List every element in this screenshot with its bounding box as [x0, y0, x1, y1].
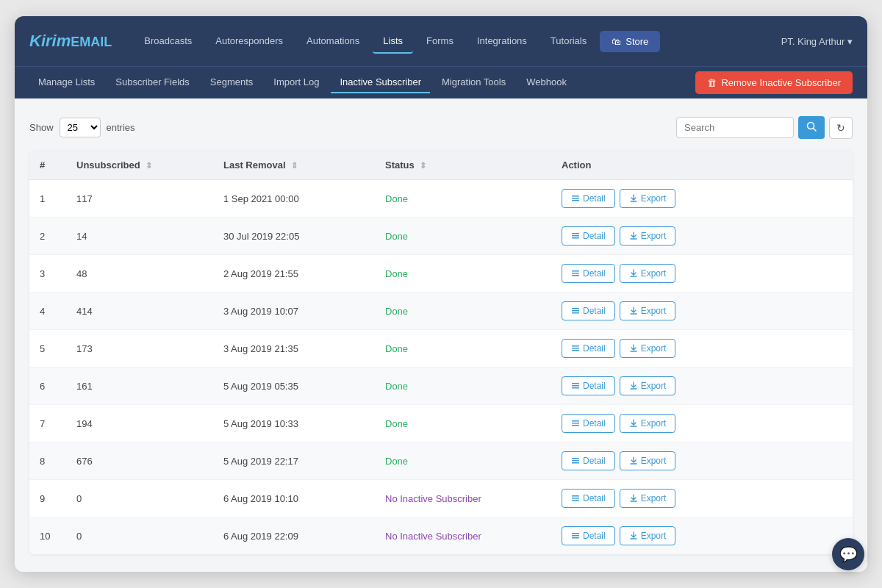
- table-controls: Show 10 25 50 100 entries: [29, 116, 853, 139]
- detail-button[interactable]: Detail: [562, 339, 615, 358]
- subnav-migration-tools[interactable]: Migration Tools: [433, 72, 514, 93]
- col-header-unsubscribed[interactable]: Unsubscribed ⇕: [66, 151, 213, 180]
- cell-action: Detail Export: [551, 517, 853, 555]
- detail-button[interactable]: Detail: [562, 526, 615, 545]
- export-button[interactable]: Export: [620, 226, 676, 245]
- detail-icon: [571, 494, 580, 503]
- export-button[interactable]: Export: [620, 264, 676, 283]
- nav-forms[interactable]: Forms: [416, 29, 464, 54]
- action-buttons: Detail Export: [562, 264, 842, 283]
- nav-integrations[interactable]: Integrations: [467, 29, 537, 54]
- export-icon: [629, 306, 638, 315]
- detail-button[interactable]: Detail: [562, 264, 615, 283]
- refresh-button[interactable]: ↻: [829, 117, 853, 139]
- export-button[interactable]: Export: [620, 301, 676, 320]
- detail-button[interactable]: Detail: [562, 189, 615, 208]
- sort-icon-last: ⇕: [291, 161, 298, 170]
- detail-button[interactable]: Detail: [562, 451, 615, 470]
- subnav-import-log[interactable]: Import Log: [265, 72, 328, 93]
- cell-num: 10: [29, 517, 66, 555]
- cell-unsubscribed: 194: [66, 405, 213, 442]
- browser-frame: KirimEMAIL Broadcasts Autoresponders Aut…: [15, 16, 867, 572]
- cell-status: Done: [375, 255, 551, 293]
- cell-num: 6: [29, 368, 66, 405]
- search-button[interactable]: [798, 116, 825, 139]
- store-icon: 🛍: [612, 36, 621, 47]
- entries-label: entries: [107, 122, 135, 133]
- nav-broadcasts[interactable]: Broadcasts: [134, 29, 202, 54]
- action-buttons: Detail Export: [562, 226, 842, 245]
- search-input[interactable]: [676, 117, 794, 138]
- export-button[interactable]: Export: [620, 526, 676, 545]
- detail-button[interactable]: Detail: [562, 376, 615, 395]
- cell-num: 9: [29, 480, 66, 517]
- svg-rect-9: [572, 273, 579, 274]
- sort-icon-unsub: ⇕: [146, 161, 152, 170]
- detail-icon: [571, 232, 580, 240]
- svg-rect-8: [572, 270, 579, 272]
- action-buttons: Detail Export: [562, 301, 842, 320]
- table-wrapper: # Unsubscribed ⇕ Last Removal ⇕ Status ⇕…: [29, 151, 853, 554]
- cell-action: Detail Export: [551, 368, 853, 405]
- action-buttons: Detail Export: [562, 189, 842, 208]
- cell-last-removal: 3 Aug 2019 21:35: [213, 330, 375, 368]
- export-button[interactable]: Export: [620, 189, 676, 208]
- entries-select[interactable]: 10 25 50 100: [60, 118, 101, 137]
- data-table: # Unsubscribed ⇕ Last Removal ⇕ Status ⇕…: [29, 151, 853, 554]
- svg-rect-26: [572, 495, 579, 497]
- table-row: 1 117 1 Sep 2021 00:00 Done Detail: [29, 180, 853, 218]
- detail-button[interactable]: Detail: [562, 301, 615, 320]
- chat-bubble[interactable]: 💬: [832, 538, 864, 570]
- subnav-webhook[interactable]: Webhook: [517, 72, 576, 93]
- user-menu[interactable]: PT. King Arthur ▾: [781, 36, 853, 47]
- svg-rect-25: [572, 462, 579, 464]
- svg-rect-16: [572, 350, 579, 351]
- nav-automations[interactable]: Automations: [296, 29, 370, 54]
- store-button[interactable]: 🛍 Store: [600, 31, 660, 52]
- cell-last-removal: 5 Aug 2019 22:17: [213, 442, 375, 480]
- detail-icon: [571, 194, 580, 203]
- table-row: 5 173 3 Aug 2019 21:35 Done Detail: [29, 330, 853, 368]
- svg-rect-28: [572, 500, 579, 501]
- cell-status: Done: [375, 293, 551, 330]
- table-row: 7 194 5 Aug 2019 10:33 Done Detail: [29, 405, 853, 442]
- svg-rect-14: [572, 345, 579, 347]
- nav-tutorials[interactable]: Tutorials: [540, 29, 597, 54]
- subnav-subscriber-fields[interactable]: Subscriber Fields: [107, 72, 198, 93]
- cell-last-removal: 5 Aug 2019 10:33: [213, 405, 375, 442]
- cell-status: Done: [375, 180, 551, 218]
- detail-icon: [571, 381, 580, 390]
- export-icon: [629, 456, 638, 465]
- col-header-last-removal[interactable]: Last Removal ⇕: [213, 151, 375, 180]
- table-row: 9 0 6 Aug 2019 10:10 No Inactive Subscri…: [29, 480, 853, 517]
- remove-inactive-subscriber-button[interactable]: 🗑 Remove Inactive Subscriber: [695, 71, 853, 94]
- subnav-segments[interactable]: Segments: [201, 72, 262, 93]
- cell-last-removal: 30 Jul 2019 22:05: [213, 218, 375, 255]
- export-button[interactable]: Export: [620, 489, 676, 508]
- export-button[interactable]: Export: [620, 451, 676, 470]
- cell-status: No Inactive Subscriber: [375, 517, 551, 555]
- action-buttons: Detail Export: [562, 376, 842, 395]
- svg-rect-11: [572, 308, 579, 309]
- svg-rect-29: [572, 533, 579, 534]
- subnav-manage-lists[interactable]: Manage Lists: [29, 72, 104, 93]
- detail-button[interactable]: Detail: [562, 414, 615, 433]
- export-button[interactable]: Export: [620, 339, 676, 358]
- detail-icon: [571, 269, 580, 278]
- svg-rect-24: [572, 460, 579, 462]
- export-icon: [629, 381, 638, 390]
- detail-button[interactable]: Detail: [562, 489, 615, 508]
- table-row: 3 48 2 Aug 2019 21:55 Done Detail: [29, 255, 853, 293]
- subnav-inactive-subscriber[interactable]: Inactive Subscriber: [331, 72, 430, 93]
- table-row: 4 414 3 Aug 2019 10:07 Done Detail: [29, 293, 853, 330]
- col-header-num: #: [29, 151, 66, 180]
- col-header-status[interactable]: Status ⇕: [375, 151, 551, 180]
- export-icon: [629, 494, 638, 503]
- export-button[interactable]: Export: [620, 414, 676, 433]
- svg-rect-20: [572, 420, 579, 422]
- detail-button[interactable]: Detail: [562, 226, 615, 245]
- nav-lists[interactable]: Lists: [373, 29, 413, 54]
- svg-rect-4: [572, 200, 579, 201]
- export-button[interactable]: Export: [620, 376, 676, 395]
- nav-autoresponders[interactable]: Autoresponders: [205, 29, 293, 54]
